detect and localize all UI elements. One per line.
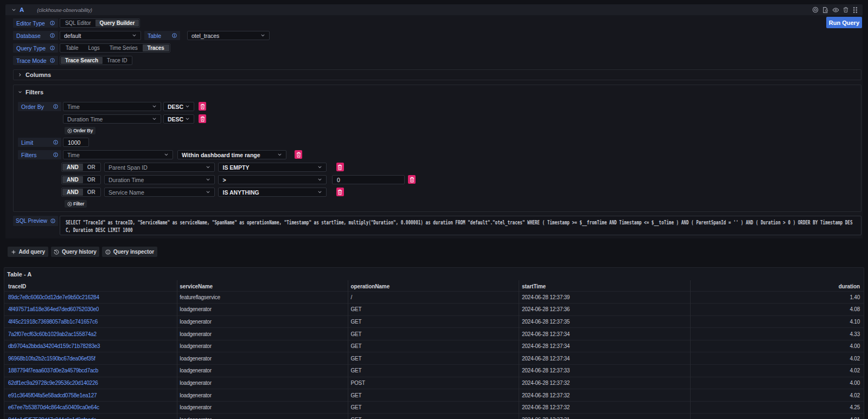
query-type-traces[interactable]: Traces: [143, 44, 169, 51]
trace-link[interactable]: 96968b10fa2b2c1590bc67dea06ef35f: [4, 352, 177, 365]
trash-icon: [200, 116, 205, 122]
conjunction-or[interactable]: OR: [83, 164, 100, 171]
add-query-button[interactable]: Add query: [8, 247, 48, 257]
select-value: Time: [67, 104, 150, 110]
conjunction-or[interactable]: OR: [83, 189, 100, 196]
chevron-down-icon: [132, 33, 137, 38]
query-inspector-button[interactable]: Query inspector: [102, 247, 157, 257]
conjunction-or[interactable]: OR: [83, 176, 100, 183]
trace-link[interactable]: 1887794f7eaa6037d0e2a4579bcd7acb: [4, 365, 177, 377]
trace-link[interactable]: 4f497571a618e364ed7ded60752030e0: [4, 304, 177, 316]
info-icon[interactable]: [53, 104, 58, 109]
info-icon[interactable]: [53, 152, 58, 157]
remove-filter-button[interactable]: [336, 163, 344, 171]
filters-section-header[interactable]: Filters: [18, 87, 857, 97]
chevron-down-icon: [185, 117, 190, 121]
remove-order-by-button[interactable]: [199, 114, 206, 123]
query-type-time-series[interactable]: Time Series: [105, 44, 143, 51]
filter-field-select[interactable]: Parent Span ID: [104, 163, 215, 172]
file-history-icon[interactable]: [822, 7, 829, 14]
info-circle-icon: [105, 249, 111, 255]
select-value: default: [64, 33, 130, 39]
chevron-down-icon: [260, 33, 265, 38]
filter-operator-select[interactable]: Within dashboard time range: [177, 150, 286, 159]
info-icon[interactable]: [53, 140, 58, 145]
chevron-down-icon: [164, 152, 169, 157]
table-select[interactable]: otel_traces: [187, 31, 270, 40]
trace-link[interactable]: 7a2f07ecf63c60b1029ab2ac155874a2: [4, 328, 177, 340]
remove-filter-button[interactable]: [408, 175, 416, 184]
remove-order-by-button[interactable]: [199, 102, 206, 111]
cell-starttime: 2024-06-28 12:37:32: [519, 377, 690, 389]
order-by-dir-select[interactable]: DESC: [163, 102, 194, 111]
conjunction-and[interactable]: AND: [62, 189, 83, 196]
trace-link[interactable]: e67ee7b53870d4c864ca50409ca0e64c: [4, 401, 177, 414]
info-icon[interactable]: [50, 46, 55, 50]
editor-type-sql-editor[interactable]: SQL Editor: [61, 20, 95, 27]
info-icon[interactable]: [50, 58, 55, 63]
trace-link[interactable]: 4f45c21918c73698057a8b1c741657c6: [4, 315, 177, 328]
filter-operator-select[interactable]: >: [218, 175, 327, 184]
editor-type-query-builder[interactable]: Query Builder: [95, 20, 139, 27]
chevron-down-icon: [277, 152, 282, 157]
column-header-traceid[interactable]: traceID: [4, 280, 177, 291]
info-icon[interactable]: [50, 33, 55, 38]
eye-icon[interactable]: [832, 7, 839, 14]
query-row-header[interactable]: A (clickhouse-observability): [5, 4, 863, 15]
trash-icon[interactable]: [843, 7, 849, 13]
add-filter-button[interactable]: Filter: [65, 200, 87, 208]
trace-link[interactable]: e91c3645f04fa5e58adcd0758e1ea127: [4, 389, 177, 402]
filter-field-select[interactable]: Time: [63, 150, 173, 159]
cell-starttime: 2024-06-28 12:37:36: [519, 304, 690, 316]
trace-link[interactable]: 89dc7e8c6060c0d12de7e9b50c216284: [4, 291, 177, 304]
filter-field-select[interactable]: Service Name: [104, 188, 215, 197]
cell-servicename: loadgenerator: [177, 352, 348, 365]
query-history-button[interactable]: Query history: [51, 247, 100, 257]
remove-filter-button[interactable]: [336, 188, 344, 196]
conjunction-and[interactable]: AND: [62, 176, 83, 183]
query-type-table[interactable]: Table: [61, 44, 83, 51]
cell-starttime: 2024-06-28 12:37:31: [519, 414, 690, 419]
order-by-field-select[interactable]: Time: [63, 102, 161, 111]
database-select[interactable]: default: [60, 31, 141, 40]
plus-circle-icon: [67, 202, 72, 207]
column-header-duration[interactable]: duration: [690, 280, 864, 291]
record-icon[interactable]: [812, 7, 819, 13]
remove-filter-button[interactable]: [295, 150, 302, 159]
column-header-servicename[interactable]: serviceName: [177, 280, 348, 291]
order-by-field-select[interactable]: Duration Time: [63, 114, 161, 124]
column-header-operationname[interactable]: operationName: [348, 280, 519, 291]
trace-mode-trace-id[interactable]: Trace ID: [103, 57, 131, 64]
cell-duration: 4.25: [690, 401, 864, 414]
trace-link[interactable]: db9704a2bbda34204d159c71b78283e3: [4, 340, 177, 352]
add-order-by-button[interactable]: Order By: [65, 127, 95, 134]
cell-duration: 1.40: [690, 291, 864, 304]
query-type-logs[interactable]: Logs: [83, 44, 104, 51]
filter-field-select[interactable]: Duration Time: [104, 175, 215, 184]
select-value: Duration Time: [108, 177, 204, 183]
info-icon[interactable]: [172, 33, 177, 38]
cell-operationname: GET: [348, 414, 519, 419]
select-value: DESC: [168, 116, 183, 123]
info-icon[interactable]: [50, 218, 55, 223]
run-query-button[interactable]: Run Query: [826, 17, 862, 28]
columns-section-header[interactable]: Columns: [14, 70, 861, 80]
limit-input[interactable]: 1000: [63, 138, 89, 147]
filter-operator-select[interactable]: IS ANYTHING: [218, 188, 327, 197]
select-value: Time: [67, 152, 162, 158]
trace-mode-label: Trace Mode: [13, 56, 58, 65]
trace-link[interactable]: 8d4e1d5f57528d47c044c9c1d9efaedc: [4, 414, 177, 419]
conjunction-and[interactable]: AND: [62, 164, 83, 171]
trace-mode-trace-search[interactable]: Trace Search: [61, 57, 103, 64]
column-header-starttime[interactable]: startTime: [519, 280, 690, 291]
order-by-dir-select[interactable]: DESC: [163, 114, 194, 124]
info-icon[interactable]: [50, 21, 55, 25]
filter-operator-select[interactable]: IS EMPTY: [218, 163, 327, 172]
page: A (clickhouse-observability) Editor Type: [0, 0, 868, 419]
filter-value-input[interactable]: 0: [332, 175, 405, 184]
trace-link[interactable]: 62df1ec9a29728c9e29536c20d140226: [4, 377, 177, 389]
collapse-chevron-icon[interactable]: [10, 8, 17, 12]
select-value: otel_traces: [192, 33, 259, 39]
panel-title[interactable]: Table - A: [4, 268, 864, 280]
drag-handle-icon[interactable]: [852, 7, 858, 14]
